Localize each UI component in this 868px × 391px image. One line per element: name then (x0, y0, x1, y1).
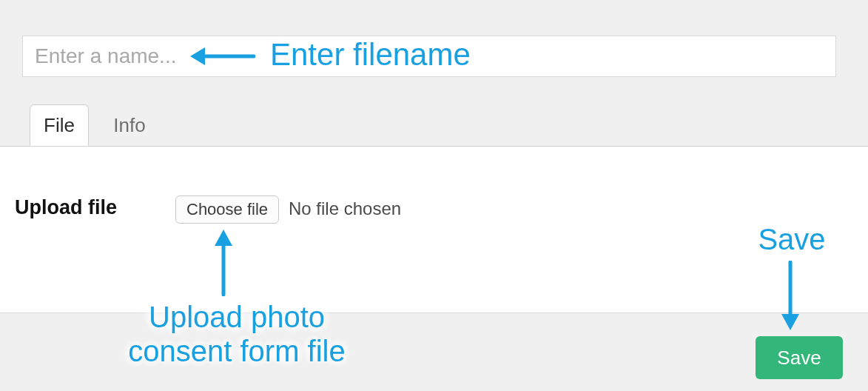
upload-file-label: Upload file (15, 196, 117, 219)
tab-file[interactable]: File (30, 104, 89, 146)
tab-info[interactable]: Info (104, 104, 155, 146)
save-button[interactable]: Save (756, 336, 843, 379)
save-button-label: Save (777, 347, 821, 369)
file-chosen-status: No file chosen (289, 198, 401, 219)
form-panel (0, 147, 868, 313)
choose-file-button-label: Choose file (186, 200, 268, 219)
tab-file-label: File (44, 114, 75, 137)
name-input[interactable] (22, 36, 836, 77)
annotation-upload-hint-line2: consent form file (111, 334, 363, 368)
upload-form-page: File Info Upload file Choose file No fil… (0, 0, 868, 391)
choose-file-button[interactable]: Choose file (175, 196, 279, 224)
tab-info-label: Info (113, 114, 145, 137)
